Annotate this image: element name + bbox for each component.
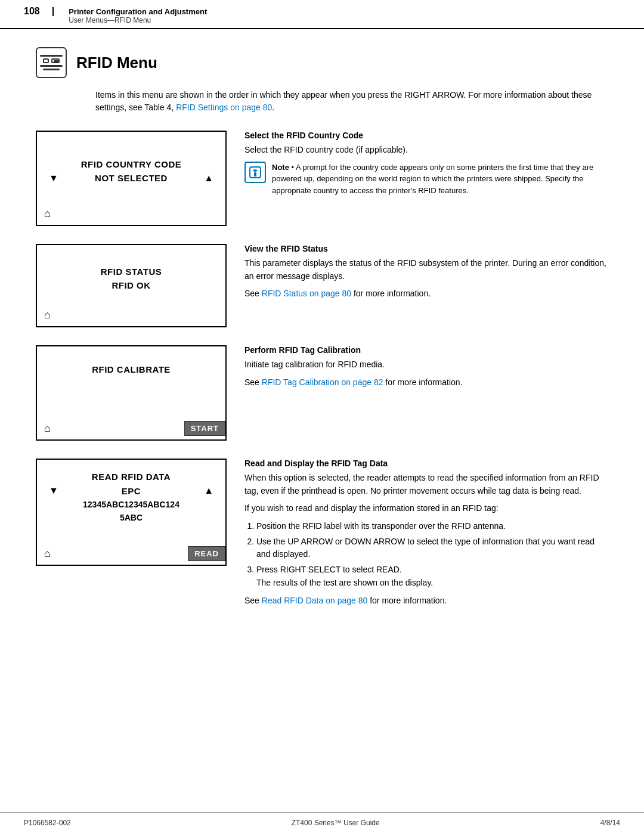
desc-col-country-code: Select the RFID Country Code Select the … — [244, 131, 608, 196]
section-heading: RFID Menu — [76, 54, 157, 72]
note-text-country-code: Note • A prompt for the country code app… — [272, 162, 608, 197]
footer-left: P1066582-002 — [24, 819, 71, 827]
note-icon-country-code — [244, 162, 266, 183]
desc-col-read-rfid: Read and Display the RFID Tag Data When … — [244, 459, 608, 612]
desc-text-rfid-calibrate: Initiate tag calibration for RFID media. — [244, 358, 608, 371]
read-rfid-steps: Position the RFID label with its transpo… — [256, 520, 608, 589]
arrow-left-country-code[interactable]: ▼ — [49, 173, 58, 184]
display-panel-read-rfid: READ RFID DATA ▼ EPC ▲ 12345ABC12345ABC1… — [36, 459, 227, 566]
display-panel-rfid-calibrate: RFID CALIBRATE ⌂ START — [36, 345, 227, 441]
panel-label-rfid-status: RFID STATUS — [101, 267, 162, 277]
panel-start-button[interactable]: START — [184, 421, 225, 436]
desc-link-rfid-status: See RFID Status on page 80 for more info… — [244, 287, 608, 301]
rfid-menu-icon — [36, 47, 67, 78]
step-2: Use the UP ARROW or DOWN ARROW to select… — [256, 535, 608, 561]
panel-home-rfid-status[interactable]: ⌂ — [44, 309, 51, 321]
rfid-calibrate-link[interactable]: RFID Tag Calibration on page 82 — [262, 377, 383, 387]
desc-col-rfid-calibrate: Perform RFID Tag Calibration Initiate ta… — [244, 345, 608, 394]
desc-link-read-rfid: See Read RFID Data on page 80 for more i… — [244, 594, 608, 608]
desc-col-rfid-status: View the RFID Status This parameter disp… — [244, 244, 608, 305]
header-title: Printer Configuration and Adjustment — [69, 7, 207, 16]
panel-subvalue2-read-rfid: 5ABC — [120, 513, 143, 522]
main-content: RFID Menu Items in this menu are shown i… — [0, 29, 644, 654]
desc-heading-read-rfid: Read and Display the RFID Tag Data — [244, 459, 608, 468]
panel-value-country-code: NOT SELECTED — [95, 173, 168, 183]
desc-heading-rfid-calibrate: Perform RFID Tag Calibration — [244, 345, 608, 355]
note-box-country-code: Note • A prompt for the country code app… — [244, 162, 608, 197]
panel-subvalue-read-rfid: 12345ABC12345ABC124 — [83, 500, 179, 509]
intro-link[interactable]: RFID Settings on page 80 — [176, 103, 272, 112]
desc-text-read-rfid-2: If you wish to read and display the info… — [244, 502, 608, 515]
step-3: Press RIGHT SELECT to select READ.The re… — [256, 563, 608, 589]
page-header: 108 | Printer Configuration and Adjustme… — [0, 0, 644, 29]
intro-text: Items in this menu are shown in the orde… — [95, 89, 608, 114]
header-subtitle: User Menus—RFID Menu — [69, 16, 207, 24]
panel-label-read-rfid: READ RFID DATA — [92, 472, 171, 482]
panel-value-read-rfid: EPC — [122, 486, 141, 496]
section-title-row: RFID Menu — [36, 47, 608, 78]
page-number: 108 — [24, 6, 40, 17]
arrow-right-read-rfid[interactable]: ▲ — [204, 485, 213, 496]
desc-text-country-code: Select the RFID country code (if applica… — [244, 144, 608, 157]
display-panel-rfid-status: RFID STATUS RFID OK ⌂ — [36, 244, 227, 327]
desc-text-read-rfid-1: When this option is selected, the reader… — [244, 472, 608, 497]
panel-label-rfid-calibrate: RFID CALIBRATE — [92, 364, 171, 374]
footer-center: ZT400 Series™ User Guide — [292, 819, 380, 827]
panel-read-button[interactable]: READ — [188, 546, 225, 561]
panel-home-country-code[interactable]: ⌂ — [44, 208, 51, 220]
read-rfid-link[interactable]: Read RFID Data on page 80 — [262, 596, 367, 605]
menu-section-read-rfid: READ RFID DATA ▼ EPC ▲ 12345ABC12345ABC1… — [36, 459, 608, 612]
panel-label-country-code: RFID COUNTRY CODE — [81, 159, 182, 169]
svg-rect-1 — [254, 172, 256, 176]
desc-heading-rfid-status: View the RFID Status — [244, 244, 608, 253]
desc-text-rfid-status: This parameter displays the status of th… — [244, 257, 608, 283]
panel-home-rfid-calibrate[interactable]: ⌂ — [44, 422, 51, 435]
menu-section-country-code: RFID COUNTRY CODE ▼ NOT SELECTED ▲ ⌂ Sel… — [36, 131, 608, 226]
step-1: Position the RFID label with its transpo… — [256, 520, 608, 533]
menu-section-rfid-status: RFID STATUS RFID OK ⌂ View the RFID Stat… — [36, 244, 608, 327]
arrow-left-read-rfid[interactable]: ▼ — [49, 485, 58, 496]
rfid-status-link[interactable]: RFID Status on page 80 — [262, 289, 351, 298]
panel-home-read-rfid[interactable]: ⌂ — [44, 547, 51, 560]
desc-link-rfid-calibrate: See RFID Tag Calibration on page 82 for … — [244, 376, 608, 389]
display-panel-country-code: RFID COUNTRY CODE ▼ NOT SELECTED ▲ ⌂ — [36, 131, 227, 226]
menu-section-rfid-calibrate: RFID CALIBRATE ⌂ START Perform RFID Tag … — [36, 345, 608, 441]
arrow-right-country-code[interactable]: ▲ — [204, 173, 213, 184]
footer-right: 4/8/14 — [600, 819, 620, 827]
desc-heading-country-code: Select the RFID Country Code — [244, 131, 608, 140]
page-footer: P1066582-002 ZT400 Series™ User Guide 4/… — [0, 812, 644, 833]
panel-value-rfid-status: RFID OK — [112, 280, 150, 290]
